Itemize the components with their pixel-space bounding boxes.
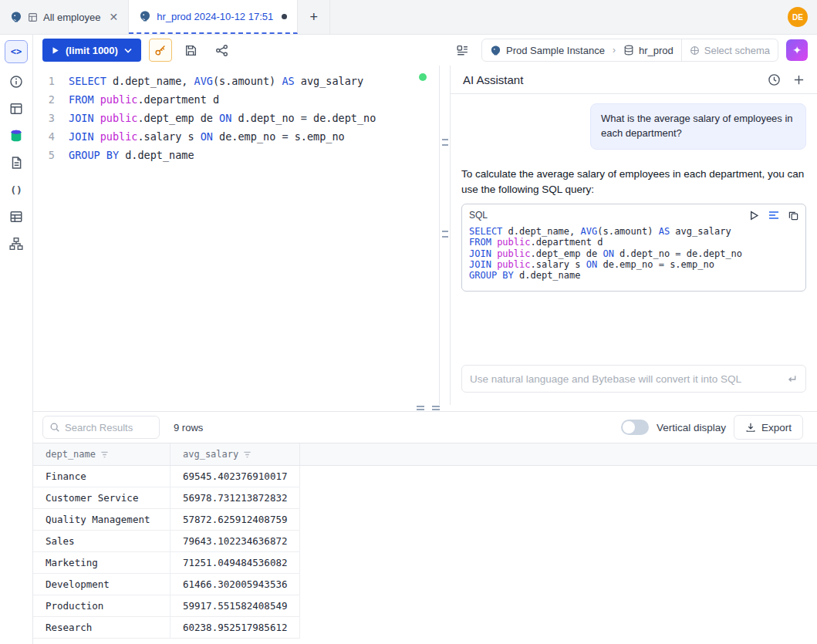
export-button[interactable]: Export	[734, 415, 803, 440]
table-row[interactable]: Sales79643.102234636872	[33, 531, 817, 552]
insert-snippet-icon[interactable]	[768, 210, 779, 221]
results-header: dept_nameavg_salary	[33, 443, 817, 466]
table-cell[interactable]: Finance	[33, 466, 170, 487]
database-icon[interactable]	[8, 127, 25, 144]
chevron-down-icon[interactable]	[124, 48, 132, 53]
table-cell[interactable]: 60238.952517985612	[170, 617, 300, 639]
schema-selector[interactable]: Select schema	[681, 39, 778, 61]
editor-line[interactable]: 5GROUP BY d.dept_name	[33, 146, 439, 164]
tab-all-employee[interactable]: All employee ✕	[0, 0, 129, 34]
table-row[interactable]: Finance69545.402376910017	[33, 466, 817, 487]
sort-filter-icon[interactable]	[243, 450, 252, 459]
ai-sql-line: JOIN public.salary s ON de.emp_no = s.em…	[469, 259, 798, 270]
vertical-splitter[interactable]	[439, 66, 450, 405]
editor-line[interactable]: 3JOIN public.dept_emp de ON d.dept_no = …	[33, 109, 439, 127]
results-panel: 9 rows Vertical display Export dept_name…	[33, 411, 817, 644]
functions-icon[interactable]: ()	[8, 181, 25, 198]
table-cell-filler	[300, 552, 817, 574]
connection-breadcrumb: Prod Sample Instance › hr_prod Select sc	[481, 39, 778, 62]
schema-placeholder: Select schema	[704, 45, 770, 56]
editor-toolbar: (limit 1000)	[33, 35, 817, 66]
table-row[interactable]: Development61466.302005943536	[33, 574, 817, 595]
close-icon[interactable]: ✕	[109, 11, 118, 23]
ai-assistant-icon[interactable]: ✦	[786, 39, 808, 61]
share-button[interactable]	[211, 39, 234, 62]
database-cylinder-icon	[623, 45, 634, 56]
vertical-display-toggle[interactable]	[621, 420, 649, 435]
horizontal-splitter[interactable]	[33, 405, 817, 411]
editor-line[interactable]: 4JOIN public.salary s ON de.emp_no = s.e…	[33, 127, 439, 146]
save-button[interactable]	[180, 39, 203, 62]
table-cell-filler	[300, 617, 817, 639]
table-cell[interactable]: Sales	[33, 531, 170, 552]
table-cell-filler	[300, 574, 817, 595]
instance-name: Prod Sample Instance	[506, 45, 605, 56]
format-icon[interactable]	[451, 39, 474, 62]
table-row[interactable]: Customer Service56978.731213872832	[33, 487, 817, 509]
ai-assistant-panel: AI Assistant What is the average salary …	[450, 66, 817, 405]
user-message: What is the average salary of employees …	[590, 103, 806, 150]
run-snippet-icon[interactable]	[749, 211, 759, 221]
ai-prompt-input[interactable]	[470, 373, 786, 385]
download-icon	[745, 422, 756, 433]
info-icon[interactable]	[8, 73, 25, 90]
table-cell[interactable]: Quality Management	[33, 509, 170, 531]
search-results-input[interactable]	[65, 422, 153, 433]
changelist-icon[interactable]	[8, 154, 25, 171]
table-cell[interactable]: 79643.102234636872	[170, 531, 300, 552]
table-cell[interactable]: 71251.049484536082	[170, 552, 300, 574]
postgres-icon	[139, 10, 151, 22]
column-header[interactable]: avg_salary	[170, 443, 300, 465]
table-cell[interactable]: Marketing	[33, 552, 170, 574]
table-cell[interactable]: Customer Service	[33, 487, 170, 509]
sql-editor[interactable]: 1SELECT d.dept_name, AVG(s.amount) AS av…	[33, 66, 439, 405]
new-tab-button[interactable]: +	[298, 0, 330, 34]
ai-input-container	[461, 365, 806, 393]
postgres-icon	[490, 45, 501, 56]
ai-panel-header: AI Assistant	[451, 66, 817, 94]
table-cell-filler	[300, 487, 817, 509]
table-icon[interactable]	[8, 100, 25, 117]
table-cell[interactable]: Production	[33, 595, 170, 617]
tab-hr-prod[interactable]: hr_prod 2024-10-12 17:51	[129, 0, 298, 34]
instance-selector[interactable]: Prod Sample Instance	[482, 39, 613, 61]
schema-diagram-icon[interactable]	[8, 235, 25, 252]
run-query-button[interactable]: (limit 1000)	[42, 39, 141, 62]
table-row[interactable]: Production59917.551582408549	[33, 595, 817, 617]
enter-icon[interactable]	[786, 373, 798, 385]
database-selector[interactable]: hr_prod	[616, 39, 681, 61]
table-cell-filler	[300, 531, 817, 552]
ai-sql-lines[interactable]: SELECT d.dept_name, AVG(s.amount) AS avg…	[462, 224, 805, 290]
table-cell[interactable]: Research	[33, 617, 170, 639]
editor-line[interactable]: 1SELECT d.dept_name, AVG(s.amount) AS av…	[33, 72, 439, 90]
table-cell[interactable]: 59917.551582408549	[170, 595, 300, 617]
table-cell[interactable]: 56978.731213872832	[170, 487, 300, 509]
copy-icon[interactable]	[788, 211, 798, 221]
tab-label: hr_prod 2024-10-12 17:51	[157, 11, 273, 22]
admin-key-button[interactable]	[149, 39, 172, 62]
table-cell-filler	[300, 595, 817, 617]
table-cell[interactable]: 57872.625912408759	[170, 509, 300, 531]
database-name: hr_prod	[639, 45, 674, 56]
splitter-grip	[417, 406, 424, 410]
connection-status-dot	[419, 73, 427, 81]
table-cell[interactable]: 61466.302005943536	[170, 574, 300, 595]
sheet-icon	[28, 12, 38, 22]
avatar[interactable]: DE	[788, 7, 808, 27]
table-cell[interactable]: 69545.402376910017	[170, 466, 300, 487]
sheets-icon[interactable]	[8, 208, 25, 225]
table-cell[interactable]: Development	[33, 574, 170, 595]
sort-filter-icon[interactable]	[100, 450, 109, 459]
history-icon[interactable]	[768, 73, 781, 86]
column-header[interactable]: dept_name	[33, 443, 170, 465]
sql-editor-icon[interactable]: <>	[5, 40, 28, 63]
assistant-message: To calculate the average salary of emplo…	[461, 167, 806, 292]
table-row[interactable]: Marketing71251.049484536082	[33, 552, 817, 574]
table-row[interactable]: Quality Management57872.625912408759	[33, 509, 817, 531]
table-row[interactable]: Research60238.952517985612	[33, 617, 817, 639]
plus-icon: +	[309, 9, 318, 25]
new-chat-icon[interactable]	[793, 74, 805, 86]
editor-line[interactable]: 2FROM public.department d	[33, 90, 439, 109]
tab-label: All employee	[43, 12, 100, 23]
search-container	[42, 416, 160, 439]
